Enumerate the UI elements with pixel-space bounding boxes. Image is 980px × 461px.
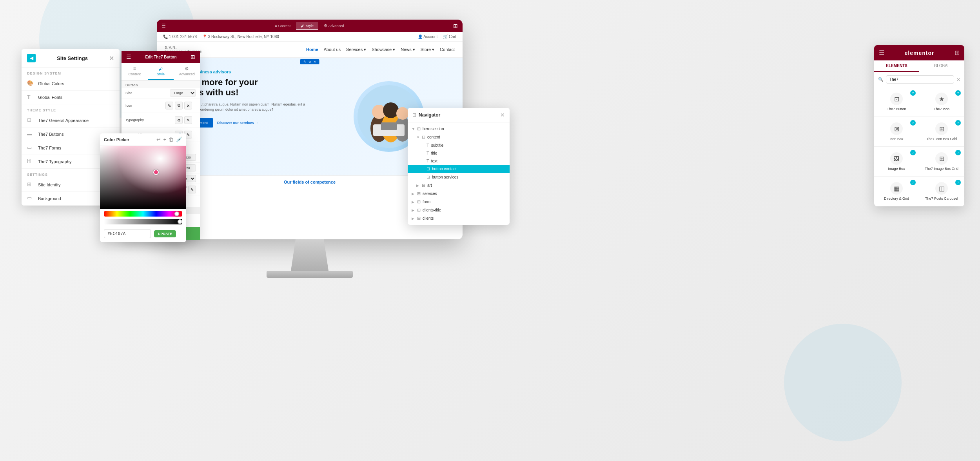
global-colors-item[interactable]: 🎨 Global Colors bbox=[22, 77, 120, 91]
style-tab-icon: 🖌 bbox=[158, 66, 163, 71]
bep-tab-style-label: Style bbox=[157, 72, 165, 76]
cp-trash-button[interactable]: 🗑 bbox=[169, 137, 174, 142]
scene: ◀ Site Settings ✕ DESIGN SYSTEM 🎨 Global… bbox=[0, 0, 980, 461]
nav-services[interactable]: ▶ ⊞ services bbox=[408, 190, 510, 198]
el-widget-icon-box[interactable]: 7 ⊠ Icon Box bbox=[874, 117, 919, 147]
nav-showcase[interactable]: Showcase ▾ bbox=[372, 47, 395, 52]
nav-hero-section-label: hero section bbox=[423, 127, 444, 131]
global-fonts-item[interactable]: T Global Fonts bbox=[22, 91, 120, 104]
nav-text[interactable]: T text bbox=[408, 157, 510, 165]
bep-tab-content[interactable]: ≡ Content bbox=[122, 63, 148, 80]
nav-content[interactable]: ▼ ⊟ content bbox=[408, 133, 510, 141]
bep-tab-style[interactable]: 🖌 Style bbox=[148, 63, 174, 80]
nav-title[interactable]: T title bbox=[408, 149, 510, 157]
cp-hex-row: UPDATE bbox=[100, 227, 186, 242]
nav-services[interactable]: Services ▾ bbox=[346, 47, 366, 52]
nav-clients-title[interactable]: ▶ ⊞ clients-title bbox=[408, 206, 510, 214]
button-services-icon: ⊡ bbox=[426, 175, 430, 180]
el-widget-directory-grid[interactable]: 7 ▦ Directory & Grid bbox=[874, 177, 919, 206]
general-appearance-item[interactable]: ⊡ The7 General Appearance bbox=[22, 114, 120, 128]
cp-update-button[interactable]: UPDATE bbox=[154, 230, 176, 237]
nav-title-label: title bbox=[431, 151, 437, 155]
bg-blob-2 bbox=[784, 324, 902, 441]
discover-services-link[interactable]: Discover our services → bbox=[217, 121, 258, 125]
bep-typography-pen[interactable]: ✎ bbox=[184, 116, 192, 124]
el-widget-image-box[interactable]: 7 🖼 Image Box bbox=[874, 147, 919, 177]
el-hamburger-icon[interactable]: ☰ bbox=[879, 49, 884, 56]
nav-contact[interactable]: Contact bbox=[440, 47, 455, 52]
bep-icon-row-wrap: Icon ✎ ⧉ ✕ bbox=[122, 98, 200, 113]
bep-icon-btn-delete[interactable]: ✕ bbox=[184, 102, 192, 109]
bep-size-row: Size LargeSmallMedium bbox=[122, 88, 200, 98]
nav-header: ⊡ Navigator ✕ bbox=[408, 108, 510, 122]
content-icon: ⊟ bbox=[422, 135, 425, 140]
svg-point-6 bbox=[396, 107, 409, 120]
el-widget-the7-image-box-grid[interactable]: 7 ⊞ The7 Image Box Grid bbox=[919, 147, 964, 177]
bep-typography-actions: ⚙ ✎ bbox=[171, 115, 196, 126]
cp-add-button[interactable]: + bbox=[163, 137, 166, 142]
bep-tabs: ≡ Content 🖌 Style ⚙ Advanced bbox=[122, 63, 200, 80]
forms-icon: ▭ bbox=[27, 144, 34, 151]
phone-icon: 📞 1-001-234-5678 bbox=[163, 35, 197, 39]
nav-services-label: services bbox=[423, 191, 437, 196]
nav-clients[interactable]: ▶ ⊞ clients bbox=[408, 214, 510, 222]
bep-icon-btn-copy[interactable]: ⧉ bbox=[175, 102, 183, 109]
cart-link[interactable]: 🛒 Cart bbox=[443, 35, 456, 39]
cp-hue-thumb bbox=[174, 211, 179, 216]
cp-hue-bar[interactable] bbox=[104, 211, 182, 217]
bep-icon-btn-edit[interactable]: ✎ bbox=[165, 102, 173, 109]
background-label: Background bbox=[38, 196, 61, 201]
el-widget-the7-icon[interactable]: 7 ★ The7 Icon bbox=[919, 87, 964, 117]
nav-news[interactable]: News ▾ bbox=[401, 47, 415, 52]
el-widget-the7-posts-carousel[interactable]: 7 ◫ The7 Posts Carousel bbox=[919, 177, 964, 206]
ss-close-button[interactable]: ✕ bbox=[109, 55, 114, 62]
advanced-tab-icon: ⚙ bbox=[185, 66, 189, 71]
account-link[interactable]: 👤 Account bbox=[418, 35, 437, 39]
etab-content[interactable]: ≡ Content bbox=[270, 22, 295, 30]
nav-form[interactable]: ▶ ⊞ form bbox=[408, 198, 510, 206]
el-tab-elements[interactable]: ELEMENTS bbox=[874, 60, 919, 72]
nav-hero-section[interactable]: ▼ ⊞ hero section bbox=[408, 125, 510, 133]
buttons-icon: ▬ bbox=[27, 131, 34, 138]
color-picker-panel: Color Picker ↩ + 🗑 💉 UPDATE bbox=[100, 133, 186, 242]
bep-typography-btn[interactable]: ⚙ bbox=[175, 116, 183, 124]
bep-br-pen[interactable]: ✎ bbox=[188, 186, 196, 193]
bep-tab-content-label: Content bbox=[129, 72, 141, 76]
nav-about[interactable]: About us bbox=[324, 47, 341, 52]
general-appearance-label: The7 General Appearance bbox=[38, 118, 89, 123]
the7-button-label: The7 Button bbox=[887, 107, 906, 111]
etab-style[interactable]: 🖌 Style bbox=[296, 22, 318, 30]
content-tab-icon: ≡ bbox=[133, 66, 136, 71]
color-palette-icon: 🎨 bbox=[27, 80, 34, 87]
directory-grid-badge: 7 bbox=[910, 180, 916, 185]
nav-store[interactable]: Store ▾ bbox=[421, 47, 434, 52]
el-tab-global[interactable]: GLOBAL bbox=[919, 60, 964, 72]
ss-back-button[interactable]: ◀ bbox=[27, 54, 36, 62]
el-search-clear-button[interactable]: ✕ bbox=[956, 77, 960, 82]
cp-gradient-picker[interactable] bbox=[100, 146, 186, 209]
nav-home[interactable]: Home bbox=[306, 47, 318, 52]
forms-label: The7 Forms bbox=[38, 146, 61, 150]
global-fonts-label: Global Fonts bbox=[38, 95, 62, 100]
etab-advanced[interactable]: ⚙ Advanced bbox=[319, 22, 349, 30]
grid-icon-monitor: ⊞ bbox=[453, 23, 458, 29]
cp-alpha-bar[interactable] bbox=[104, 219, 182, 224]
svg-point-4 bbox=[383, 102, 399, 118]
nav-art[interactable]: ▶ ⊟ art bbox=[408, 181, 510, 190]
cp-undo-button[interactable]: ↩ bbox=[156, 137, 161, 142]
el-grid-icon[interactable]: ⊞ bbox=[955, 49, 960, 56]
el-widget-the7-button[interactable]: 7 ⊡ The7 Button bbox=[874, 87, 919, 117]
nav-close-button[interactable]: ✕ bbox=[500, 112, 505, 118]
cp-hex-input[interactable] bbox=[104, 229, 151, 238]
text-icon-title: T bbox=[426, 151, 429, 155]
bep-size-select[interactable]: LargeSmallMedium bbox=[170, 89, 196, 97]
el-search-input[interactable] bbox=[886, 75, 954, 84]
topbar-left: 📞 1-001-234-5678 📍 3 Rockaway St., New R… bbox=[163, 35, 279, 39]
nav-button-services[interactable]: ⊡ button services bbox=[408, 173, 510, 181]
image-box-label: Image Box bbox=[888, 167, 905, 171]
nav-button-contact[interactable]: ⊡ button contact bbox=[408, 165, 510, 173]
el-widget-the7-icon-box-grid[interactable]: 7 ⊞ The7 Icon Box Grid bbox=[919, 117, 964, 147]
cp-eyedropper-button[interactable]: 💉 bbox=[176, 137, 182, 142]
nav-subtitle[interactable]: T subtitle bbox=[408, 141, 510, 149]
bep-tab-advanced[interactable]: ⚙ Advanced bbox=[174, 63, 200, 80]
